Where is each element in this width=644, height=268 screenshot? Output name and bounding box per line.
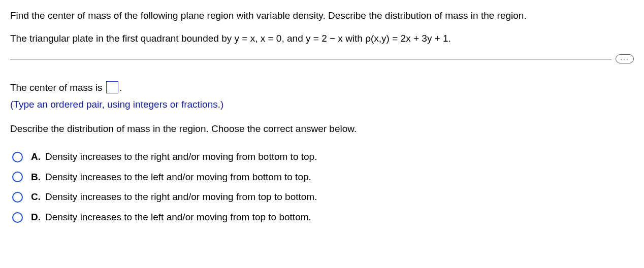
option-text: Density increases to the right and/or mo…	[45, 190, 317, 204]
problem-line-1: Find the center of mass of the following…	[10, 9, 634, 23]
option-letter: C.	[31, 190, 41, 204]
option-d[interactable]: D. Density increases to the left and/or …	[12, 211, 634, 224]
option-letter: A.	[31, 150, 41, 164]
separator-row: ...	[10, 54, 634, 63]
distribution-prompt: Describe the distribution of mass in the…	[10, 122, 634, 136]
option-text: Density increases to the left and/or mov…	[45, 171, 311, 184]
problem-line-2: The triangular plate in the first quadra…	[10, 32, 634, 46]
option-letter: D.	[31, 211, 41, 224]
option-text: Density increases to the right and/or mo…	[45, 150, 317, 164]
answer-line: The center of mass is .	[10, 81, 634, 95]
answer-suffix: .	[119, 82, 122, 93]
options-group: A. Density increases to the right and/or…	[10, 150, 634, 224]
option-text: Density increases to the left and/or mov…	[45, 211, 311, 224]
more-button[interactable]: ...	[616, 54, 634, 63]
option-b[interactable]: B. Density increases to the left and/or …	[12, 171, 634, 184]
answer-prefix: The center of mass is	[10, 82, 105, 93]
option-c[interactable]: C. Density increases to the right and/or…	[12, 190, 634, 204]
radio-icon	[12, 212, 23, 223]
radio-icon	[12, 172, 23, 182]
problem-statement: Find the center of mass of the following…	[10, 9, 634, 45]
answer-hint: (Type an ordered pair, using integers or…	[10, 98, 634, 112]
ellipsis-icon: ...	[620, 53, 629, 61]
separator-line	[10, 59, 611, 59]
radio-icon	[12, 192, 23, 203]
answer-input[interactable]	[106, 81, 118, 93]
option-a[interactable]: A. Density increases to the right and/or…	[12, 150, 634, 164]
option-letter: B.	[31, 171, 41, 184]
radio-icon	[12, 152, 23, 162]
